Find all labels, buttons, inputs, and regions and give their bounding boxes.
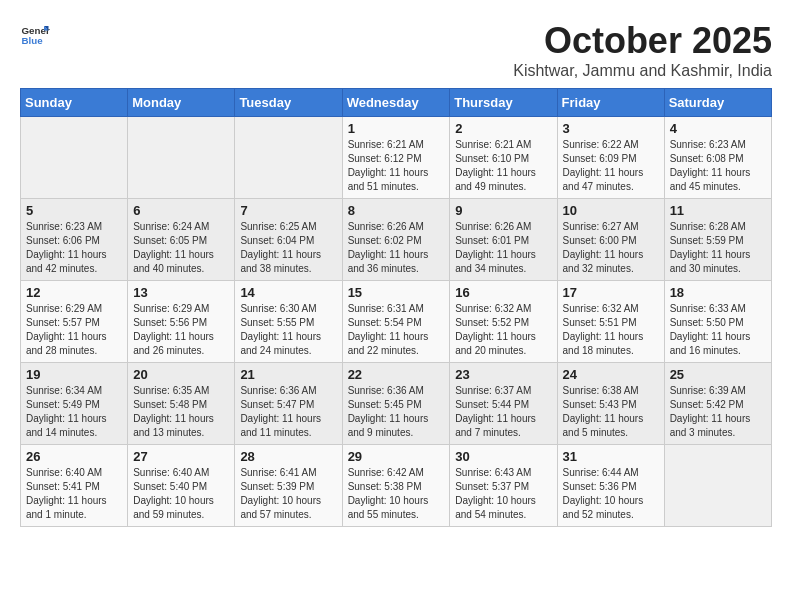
- calendar-cell: 17Sunrise: 6:32 AM Sunset: 5:51 PM Dayli…: [557, 281, 664, 363]
- calendar-cell: 25Sunrise: 6:39 AM Sunset: 5:42 PM Dayli…: [664, 363, 771, 445]
- calendar-week-1: 1Sunrise: 6:21 AM Sunset: 6:12 PM Daylig…: [21, 117, 772, 199]
- day-number: 9: [455, 203, 551, 218]
- day-number: 20: [133, 367, 229, 382]
- day-info: Sunrise: 6:21 AM Sunset: 6:12 PM Dayligh…: [348, 138, 445, 194]
- calendar-cell: 11Sunrise: 6:28 AM Sunset: 5:59 PM Dayli…: [664, 199, 771, 281]
- calendar-cell: 20Sunrise: 6:35 AM Sunset: 5:48 PM Dayli…: [128, 363, 235, 445]
- day-number: 23: [455, 367, 551, 382]
- calendar-cell: 28Sunrise: 6:41 AM Sunset: 5:39 PM Dayli…: [235, 445, 342, 527]
- day-number: 2: [455, 121, 551, 136]
- day-number: 13: [133, 285, 229, 300]
- weekday-header-saturday: Saturday: [664, 89, 771, 117]
- day-info: Sunrise: 6:31 AM Sunset: 5:54 PM Dayligh…: [348, 302, 445, 358]
- day-number: 6: [133, 203, 229, 218]
- day-number: 30: [455, 449, 551, 464]
- title-area: October 2025 Kishtwar, Jammu and Kashmir…: [513, 20, 772, 80]
- day-number: 7: [240, 203, 336, 218]
- calendar-cell: 9Sunrise: 6:26 AM Sunset: 6:01 PM Daylig…: [450, 199, 557, 281]
- day-number: 1: [348, 121, 445, 136]
- day-info: Sunrise: 6:32 AM Sunset: 5:51 PM Dayligh…: [563, 302, 659, 358]
- calendar-cell: [235, 117, 342, 199]
- day-number: 19: [26, 367, 122, 382]
- calendar-table: SundayMondayTuesdayWednesdayThursdayFrid…: [20, 88, 772, 527]
- calendar-cell: 29Sunrise: 6:42 AM Sunset: 5:38 PM Dayli…: [342, 445, 450, 527]
- calendar-cell: 31Sunrise: 6:44 AM Sunset: 5:36 PM Dayli…: [557, 445, 664, 527]
- calendar-cell: 23Sunrise: 6:37 AM Sunset: 5:44 PM Dayli…: [450, 363, 557, 445]
- weekday-header-row: SundayMondayTuesdayWednesdayThursdayFrid…: [21, 89, 772, 117]
- day-info: Sunrise: 6:21 AM Sunset: 6:10 PM Dayligh…: [455, 138, 551, 194]
- day-info: Sunrise: 6:44 AM Sunset: 5:36 PM Dayligh…: [563, 466, 659, 522]
- day-number: 17: [563, 285, 659, 300]
- day-info: Sunrise: 6:23 AM Sunset: 6:06 PM Dayligh…: [26, 220, 122, 276]
- calendar-week-4: 19Sunrise: 6:34 AM Sunset: 5:49 PM Dayli…: [21, 363, 772, 445]
- day-number: 11: [670, 203, 766, 218]
- day-info: Sunrise: 6:36 AM Sunset: 5:47 PM Dayligh…: [240, 384, 336, 440]
- day-info: Sunrise: 6:34 AM Sunset: 5:49 PM Dayligh…: [26, 384, 122, 440]
- calendar-cell: 15Sunrise: 6:31 AM Sunset: 5:54 PM Dayli…: [342, 281, 450, 363]
- day-info: Sunrise: 6:42 AM Sunset: 5:38 PM Dayligh…: [348, 466, 445, 522]
- calendar-cell: 2Sunrise: 6:21 AM Sunset: 6:10 PM Daylig…: [450, 117, 557, 199]
- weekday-header-wednesday: Wednesday: [342, 89, 450, 117]
- calendar-cell: 14Sunrise: 6:30 AM Sunset: 5:55 PM Dayli…: [235, 281, 342, 363]
- calendar-cell: 27Sunrise: 6:40 AM Sunset: 5:40 PM Dayli…: [128, 445, 235, 527]
- calendar-cell: 18Sunrise: 6:33 AM Sunset: 5:50 PM Dayli…: [664, 281, 771, 363]
- calendar-cell: 19Sunrise: 6:34 AM Sunset: 5:49 PM Dayli…: [21, 363, 128, 445]
- calendar-cell: 30Sunrise: 6:43 AM Sunset: 5:37 PM Dayli…: [450, 445, 557, 527]
- day-info: Sunrise: 6:39 AM Sunset: 5:42 PM Dayligh…: [670, 384, 766, 440]
- day-number: 8: [348, 203, 445, 218]
- day-info: Sunrise: 6:35 AM Sunset: 5:48 PM Dayligh…: [133, 384, 229, 440]
- day-info: Sunrise: 6:24 AM Sunset: 6:05 PM Dayligh…: [133, 220, 229, 276]
- calendar-cell: 21Sunrise: 6:36 AM Sunset: 5:47 PM Dayli…: [235, 363, 342, 445]
- location-title: Kishtwar, Jammu and Kashmir, India: [513, 62, 772, 80]
- month-title: October 2025: [513, 20, 772, 62]
- day-number: 26: [26, 449, 122, 464]
- day-number: 28: [240, 449, 336, 464]
- day-info: Sunrise: 6:43 AM Sunset: 5:37 PM Dayligh…: [455, 466, 551, 522]
- day-info: Sunrise: 6:30 AM Sunset: 5:55 PM Dayligh…: [240, 302, 336, 358]
- calendar-cell: 1Sunrise: 6:21 AM Sunset: 6:12 PM Daylig…: [342, 117, 450, 199]
- day-info: Sunrise: 6:26 AM Sunset: 6:01 PM Dayligh…: [455, 220, 551, 276]
- calendar-cell: 4Sunrise: 6:23 AM Sunset: 6:08 PM Daylig…: [664, 117, 771, 199]
- day-info: Sunrise: 6:29 AM Sunset: 5:57 PM Dayligh…: [26, 302, 122, 358]
- day-number: 25: [670, 367, 766, 382]
- svg-text:Blue: Blue: [22, 35, 44, 46]
- day-info: Sunrise: 6:26 AM Sunset: 6:02 PM Dayligh…: [348, 220, 445, 276]
- day-number: 3: [563, 121, 659, 136]
- day-info: Sunrise: 6:40 AM Sunset: 5:40 PM Dayligh…: [133, 466, 229, 522]
- day-number: 16: [455, 285, 551, 300]
- calendar-cell: 16Sunrise: 6:32 AM Sunset: 5:52 PM Dayli…: [450, 281, 557, 363]
- day-number: 12: [26, 285, 122, 300]
- calendar-cell: [21, 117, 128, 199]
- day-number: 24: [563, 367, 659, 382]
- logo: General Blue: [20, 20, 50, 50]
- day-number: 18: [670, 285, 766, 300]
- day-number: 22: [348, 367, 445, 382]
- calendar-week-3: 12Sunrise: 6:29 AM Sunset: 5:57 PM Dayli…: [21, 281, 772, 363]
- day-number: 10: [563, 203, 659, 218]
- calendar-cell: 10Sunrise: 6:27 AM Sunset: 6:00 PM Dayli…: [557, 199, 664, 281]
- weekday-header-monday: Monday: [128, 89, 235, 117]
- calendar-week-2: 5Sunrise: 6:23 AM Sunset: 6:06 PM Daylig…: [21, 199, 772, 281]
- day-number: 4: [670, 121, 766, 136]
- calendar-cell: 8Sunrise: 6:26 AM Sunset: 6:02 PM Daylig…: [342, 199, 450, 281]
- weekday-header-tuesday: Tuesday: [235, 89, 342, 117]
- day-info: Sunrise: 6:27 AM Sunset: 6:00 PM Dayligh…: [563, 220, 659, 276]
- calendar-week-5: 26Sunrise: 6:40 AM Sunset: 5:41 PM Dayli…: [21, 445, 772, 527]
- day-info: Sunrise: 6:29 AM Sunset: 5:56 PM Dayligh…: [133, 302, 229, 358]
- day-info: Sunrise: 6:36 AM Sunset: 5:45 PM Dayligh…: [348, 384, 445, 440]
- calendar-cell: [664, 445, 771, 527]
- day-info: Sunrise: 6:32 AM Sunset: 5:52 PM Dayligh…: [455, 302, 551, 358]
- calendar-cell: 3Sunrise: 6:22 AM Sunset: 6:09 PM Daylig…: [557, 117, 664, 199]
- calendar-cell: 6Sunrise: 6:24 AM Sunset: 6:05 PM Daylig…: [128, 199, 235, 281]
- day-info: Sunrise: 6:41 AM Sunset: 5:39 PM Dayligh…: [240, 466, 336, 522]
- calendar-cell: 26Sunrise: 6:40 AM Sunset: 5:41 PM Dayli…: [21, 445, 128, 527]
- day-info: Sunrise: 6:22 AM Sunset: 6:09 PM Dayligh…: [563, 138, 659, 194]
- day-info: Sunrise: 6:33 AM Sunset: 5:50 PM Dayligh…: [670, 302, 766, 358]
- calendar-cell: 24Sunrise: 6:38 AM Sunset: 5:43 PM Dayli…: [557, 363, 664, 445]
- day-info: Sunrise: 6:40 AM Sunset: 5:41 PM Dayligh…: [26, 466, 122, 522]
- calendar-cell: 12Sunrise: 6:29 AM Sunset: 5:57 PM Dayli…: [21, 281, 128, 363]
- calendar-cell: 7Sunrise: 6:25 AM Sunset: 6:04 PM Daylig…: [235, 199, 342, 281]
- day-number: 14: [240, 285, 336, 300]
- day-info: Sunrise: 6:38 AM Sunset: 5:43 PM Dayligh…: [563, 384, 659, 440]
- day-number: 31: [563, 449, 659, 464]
